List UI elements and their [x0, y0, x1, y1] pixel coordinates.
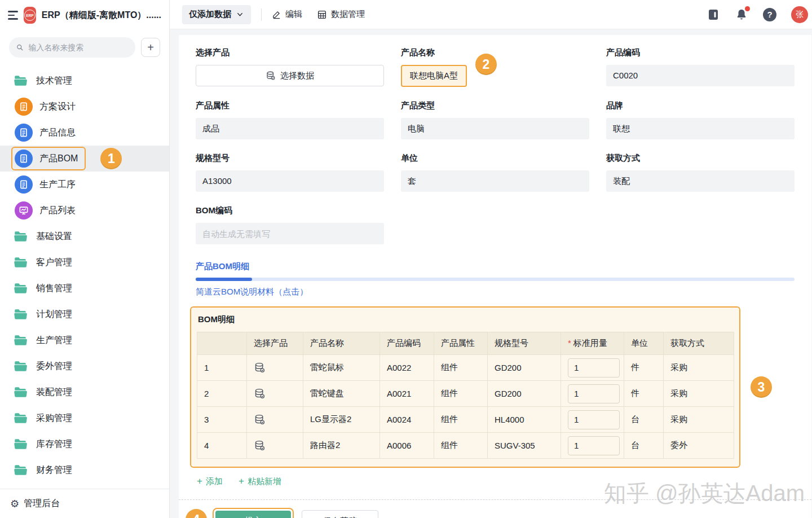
- sidebar-item-产品信息[interactable]: 产品信息: [0, 120, 169, 146]
- col-qty: *标准用量: [561, 332, 624, 355]
- field-product-code: 产品编码 C0020: [606, 47, 795, 87]
- qty-input[interactable]: [568, 436, 620, 455]
- row-code: A0022: [380, 355, 434, 381]
- col-unit: 单位: [624, 332, 664, 355]
- product-type-value: 电脑: [401, 118, 589, 139]
- app-logo-text: ERP: [24, 10, 36, 21]
- app-title: ERP（精细版-离散MTO）......: [42, 10, 161, 21]
- paste-add-button[interactable]: +粘贴新增: [239, 476, 281, 487]
- col-spec: 规格型号: [488, 332, 561, 355]
- row-acquire: 采购: [664, 381, 734, 407]
- product-name-value: 联想电脑A型: [401, 65, 467, 87]
- select-data-icon[interactable]: [254, 414, 296, 425]
- bom-row-1: 1 雷蛇鼠标 A0022 组件 GD200 件 采购: [197, 355, 734, 381]
- collapse-menu-icon[interactable]: [8, 11, 18, 20]
- journal-panel-icon[interactable]: [707, 8, 720, 21]
- sidebar-search-row: +: [0, 30, 169, 63]
- plus-icon: +: [239, 476, 244, 487]
- col-index: [197, 332, 247, 355]
- sidebar-item-装配管理[interactable]: 装配管理: [0, 379, 169, 405]
- row-name: 雷蛇键盘: [303, 381, 380, 407]
- tab-row: 产品BOM明细 简道云BOM说明材料（点击）: [196, 261, 795, 297]
- plus-icon: +: [197, 476, 202, 487]
- sidebar-header: ERP ERP（精细版-离散MTO）......: [0, 0, 169, 30]
- qty-input[interactable]: [568, 358, 620, 377]
- sidebar-item-销售管理[interactable]: 销售管理: [0, 275, 169, 301]
- annotation-marker-1: 1: [100, 148, 122, 169]
- row-unit: 台: [624, 433, 664, 459]
- edit-button[interactable]: 编辑: [272, 9, 302, 20]
- sidebar-item-生产工序[interactable]: 生产工序: [0, 172, 169, 197]
- qty-input[interactable]: [568, 384, 620, 403]
- data-manage-button[interactable]: 数据管理: [317, 9, 365, 20]
- search-input[interactable]: [28, 43, 129, 52]
- submit-highlight-box: 提交: [213, 508, 294, 518]
- annotation-marker-4: 4: [186, 509, 207, 518]
- select-data-button[interactable]: 选择数据: [196, 65, 384, 86]
- row-acquire: 委外: [664, 433, 734, 459]
- bom-code-input[interactable]: [196, 223, 384, 244]
- folder-icon: [11, 463, 29, 477]
- bom-row-3: 3 LG显示器2 A0024 组件 HL4000 台 采购: [197, 407, 734, 433]
- sidebar-item-产品BOM[interactable]: 产品BOM 1: [0, 146, 169, 172]
- row-name: LG显示器2: [303, 407, 380, 433]
- mode-dropdown[interactable]: 仅添加数据: [182, 5, 251, 24]
- help-icon[interactable]: ?: [763, 8, 776, 21]
- erp-app-window: ERP ERP（精细版-离散MTO）...... + 技术管理 方案设计 产品信…: [0, 0, 812, 518]
- add-row-button[interactable]: +添加: [197, 476, 223, 487]
- field-spec: 规格型号 A13000: [196, 153, 384, 192]
- product-attr-value: 成品: [196, 118, 384, 139]
- sidebar-item-技术管理[interactable]: 技术管理: [0, 68, 169, 94]
- notification-bell-icon[interactable]: [735, 8, 748, 21]
- tab-bom-detail[interactable]: 产品BOM明细: [196, 261, 249, 272]
- row-attr: 组件: [434, 381, 488, 407]
- folder-icon: [11, 229, 29, 244]
- qty-input[interactable]: [568, 410, 620, 429]
- bom-row-4: 4 路由器2 A0006 组件 SUGV-305 台 委外: [197, 433, 734, 459]
- row-attr: 组件: [434, 407, 488, 433]
- sidebar-item-采购管理[interactable]: 采购管理: [0, 405, 169, 431]
- row-attr: 组件: [434, 355, 488, 381]
- sidebar-item-客户管理[interactable]: 客户管理: [0, 249, 169, 275]
- spec-value: A13000: [196, 170, 384, 192]
- sidebar-item-财务管理[interactable]: 财务管理: [0, 457, 169, 483]
- field-brand: 品牌 联想: [606, 100, 795, 139]
- row-code: A0024: [380, 407, 434, 433]
- select-data-icon[interactable]: [254, 388, 296, 400]
- add-app-button[interactable]: +: [141, 38, 160, 57]
- row-unit: 台: [624, 407, 664, 433]
- select-data-icon[interactable]: [254, 362, 296, 374]
- folder-icon: [11, 307, 29, 322]
- folder-icon: [11, 411, 29, 425]
- sidebar-item-计划管理[interactable]: 计划管理: [0, 301, 169, 327]
- document-icon: [15, 124, 33, 142]
- search-input-wrapper[interactable]: [9, 37, 135, 58]
- row-acquire: 采购: [664, 355, 734, 381]
- clipboard-icon: [15, 150, 33, 168]
- sidebar-item-委外管理[interactable]: 委外管理: [0, 353, 169, 379]
- submit-button[interactable]: 提交: [215, 511, 291, 518]
- table-actions: +添加 +粘贴新增: [197, 476, 795, 487]
- row-spec: SUGV-305: [488, 433, 561, 459]
- bom-doc-link[interactable]: 简道云BOM说明材料（点击）: [196, 287, 308, 297]
- form-actions: 4 提交 保存草稿: [196, 508, 795, 518]
- sidebar-item-产品列表[interactable]: 产品列表: [0, 197, 169, 223]
- sidebar-item-方案设计[interactable]: 方案设计: [0, 94, 169, 120]
- sidebar-item-库存管理[interactable]: 库存管理: [0, 431, 169, 457]
- database-icon: [266, 71, 276, 81]
- acquire-value: 装配: [606, 170, 795, 192]
- document-icon: [15, 98, 33, 116]
- user-avatar[interactable]: 张: [791, 6, 808, 23]
- admin-backend-button[interactable]: ⚙ 管理后台: [0, 489, 169, 518]
- folder-icon: [11, 281, 29, 296]
- product-form: 选择产品 选择数据 产品名称 联想电脑A型 2 产品编码 C0020: [196, 47, 795, 244]
- row-spec: HL4000: [488, 407, 561, 433]
- sidebar-item-生产管理[interactable]: 生产管理: [0, 327, 169, 353]
- select-data-icon[interactable]: [254, 440, 296, 451]
- sidebar-item-基础设置[interactable]: 基础设置: [0, 223, 169, 249]
- save-draft-button[interactable]: 保存草稿: [302, 510, 378, 518]
- col-acquire: 获取方式: [664, 332, 734, 355]
- folder-icon: [11, 437, 29, 451]
- field-product-type: 产品类型 电脑: [401, 100, 589, 139]
- folder-icon: [11, 333, 29, 348]
